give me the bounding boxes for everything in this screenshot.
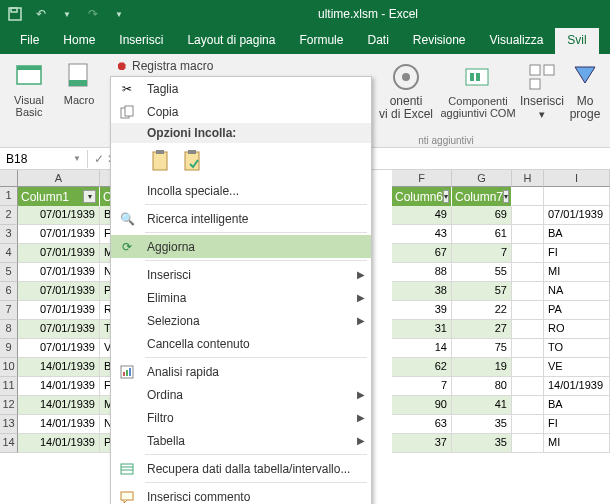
cell[interactable] bbox=[512, 415, 544, 434]
cell[interactable]: 07/01/1939 bbox=[18, 339, 100, 358]
cell[interactable]: 14/01/1939 bbox=[18, 434, 100, 453]
row-header[interactable]: 9 bbox=[0, 339, 18, 358]
cell[interactable]: 67 bbox=[392, 244, 452, 263]
row-header[interactable]: 13 bbox=[0, 415, 18, 434]
cell[interactable]: 07/01/1939 bbox=[18, 320, 100, 339]
app-addins-button[interactable]: onentivi di Excel bbox=[374, 57, 438, 125]
ctx-filter[interactable]: Filtro ▶ bbox=[111, 406, 371, 429]
cell[interactable] bbox=[512, 434, 544, 453]
tab-view[interactable]: Visualizza bbox=[478, 28, 556, 54]
cell[interactable]: 41 bbox=[452, 396, 512, 415]
cell[interactable] bbox=[512, 358, 544, 377]
cell[interactable]: PA bbox=[544, 301, 610, 320]
ctx-refresh[interactable]: ⟳ Aggiorna bbox=[111, 235, 371, 258]
cell[interactable]: 22 bbox=[452, 301, 512, 320]
cell[interactable]: 07/01/1939 bbox=[18, 206, 100, 225]
paste-option-2[interactable] bbox=[179, 147, 207, 175]
row-header[interactable]: 12 bbox=[0, 396, 18, 415]
cell[interactable]: 07/01/1939 bbox=[18, 301, 100, 320]
cell[interactable] bbox=[512, 225, 544, 244]
ctx-cut[interactable]: ✂ Taglia bbox=[111, 77, 371, 100]
cell[interactable]: 07/01/1939 bbox=[18, 244, 100, 263]
table-header[interactable]: Column6▾ bbox=[392, 187, 452, 206]
cell[interactable]: 39 bbox=[392, 301, 452, 320]
ctx-clear[interactable]: Cancella contenuto bbox=[111, 332, 371, 355]
cell[interactable]: 37 bbox=[392, 434, 452, 453]
row-header[interactable]: 10 bbox=[0, 358, 18, 377]
cell[interactable]: 07/01/1939 bbox=[18, 263, 100, 282]
ctx-select[interactable]: Seleziona ▶ bbox=[111, 309, 371, 332]
cell[interactable]: 27 bbox=[452, 320, 512, 339]
row-header[interactable]: 7 bbox=[0, 301, 18, 320]
cell[interactable] bbox=[512, 339, 544, 358]
row-header[interactable]: 2 bbox=[0, 206, 18, 225]
ctx-insert-comment[interactable]: Inserisci commento bbox=[111, 485, 371, 504]
cell[interactable]: BA bbox=[544, 225, 610, 244]
col-header[interactable]: H bbox=[512, 170, 544, 187]
cell[interactable] bbox=[512, 206, 544, 225]
cell[interactable]: 88 bbox=[392, 263, 452, 282]
tab-data[interactable]: Dati bbox=[355, 28, 400, 54]
tab-insert[interactable]: Inserisci bbox=[107, 28, 175, 54]
tab-review[interactable]: Revisione bbox=[401, 28, 478, 54]
cell[interactable]: 07/01/1939 bbox=[18, 282, 100, 301]
row-header[interactable]: 3 bbox=[0, 225, 18, 244]
cell[interactable] bbox=[512, 396, 544, 415]
filter-icon[interactable]: ▾ bbox=[503, 190, 509, 203]
visual-basic-button[interactable]: Visual Basic bbox=[4, 56, 54, 122]
col-header[interactable]: I bbox=[544, 170, 610, 187]
cell[interactable] bbox=[512, 263, 544, 282]
cell[interactable]: 35 bbox=[452, 434, 512, 453]
qat-customize-icon[interactable]: ▼ bbox=[108, 3, 130, 25]
cell[interactable]: 75 bbox=[452, 339, 512, 358]
cell[interactable]: VE bbox=[544, 358, 610, 377]
ctx-delete[interactable]: Elimina ▶ bbox=[111, 286, 371, 309]
cell[interactable]: 31 bbox=[392, 320, 452, 339]
cell[interactable]: 62 bbox=[392, 358, 452, 377]
cell[interactable]: 14/01/1939 bbox=[18, 358, 100, 377]
ctx-quick-analysis[interactable]: Analisi rapida bbox=[111, 360, 371, 383]
name-box-input[interactable] bbox=[6, 152, 66, 166]
cell[interactable]: 90 bbox=[392, 396, 452, 415]
filter-icon[interactable]: ▾ bbox=[83, 190, 96, 203]
cell[interactable]: NA bbox=[544, 282, 610, 301]
cell[interactable]: 38 bbox=[392, 282, 452, 301]
cell[interactable]: 57 bbox=[452, 282, 512, 301]
paste-option-1[interactable] bbox=[147, 147, 175, 175]
ctx-table[interactable]: Tabella ▶ bbox=[111, 429, 371, 452]
cell[interactable] bbox=[512, 377, 544, 396]
record-macro-button[interactable]: ⏺ Registra macro bbox=[112, 58, 217, 74]
cell[interactable] bbox=[512, 244, 544, 263]
tab-home[interactable]: Home bbox=[51, 28, 107, 54]
tab-layout[interactable]: Layout di pagina bbox=[175, 28, 287, 54]
cell[interactable] bbox=[512, 301, 544, 320]
ctx-get-data[interactable]: Recupera dati dalla tabella/intervallo..… bbox=[111, 457, 371, 480]
tab-developer[interactable]: Svil bbox=[555, 28, 598, 54]
col-header[interactable]: F bbox=[392, 170, 452, 187]
row-header[interactable]: 14 bbox=[0, 434, 18, 453]
ctx-insert[interactable]: Inserisci ▶ bbox=[111, 263, 371, 286]
ctx-paste-special[interactable]: Incolla speciale... bbox=[111, 179, 371, 202]
ctx-sort[interactable]: Ordina ▶ bbox=[111, 383, 371, 406]
design-mode-button[interactable]: Moproge bbox=[566, 57, 604, 125]
row-header[interactable]: 5 bbox=[0, 263, 18, 282]
cell[interactable]: 35 bbox=[452, 415, 512, 434]
col-header[interactable]: G bbox=[452, 170, 512, 187]
ctx-copy[interactable]: Copia bbox=[111, 100, 371, 123]
cell[interactable]: 43 bbox=[392, 225, 452, 244]
cell[interactable]: 55 bbox=[452, 263, 512, 282]
cell[interactable]: 14/01/1939 bbox=[18, 396, 100, 415]
cell[interactable]: 14/01/1939 bbox=[544, 377, 610, 396]
cell[interactable]: 07/01/1939 bbox=[544, 206, 610, 225]
cell[interactable]: 63 bbox=[392, 415, 452, 434]
tab-file[interactable]: File bbox=[8, 28, 51, 54]
cell[interactable]: 07/01/1939 bbox=[18, 225, 100, 244]
cell[interactable]: 7 bbox=[452, 244, 512, 263]
cell[interactable]: RO bbox=[544, 320, 610, 339]
insert-control-button[interactable]: Inserisci▾ bbox=[518, 57, 566, 125]
cell[interactable]: 7 bbox=[392, 377, 452, 396]
cell[interactable]: TO bbox=[544, 339, 610, 358]
cell[interactable]: 14/01/1939 bbox=[18, 415, 100, 434]
cell[interactable]: 19 bbox=[452, 358, 512, 377]
chevron-down-icon[interactable]: ▼ bbox=[73, 154, 81, 163]
